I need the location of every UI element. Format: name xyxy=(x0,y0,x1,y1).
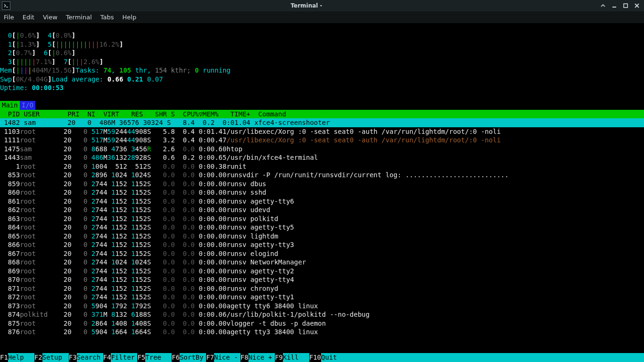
process-row[interactable]: 1111 root 20 0 517M 59244 44908 S 3.2 0.… xyxy=(0,136,644,145)
menubar: File Edit View Terminal Tabs Help xyxy=(0,11,644,24)
menu-terminal[interactable]: Terminal xyxy=(66,14,92,21)
window-title: Terminal - xyxy=(13,2,600,9)
process-row[interactable]: 873 root 20 0 5904 1792 1792 S 0.0 0.0 0… xyxy=(0,302,644,311)
htop-tab-main[interactable]: Main xyxy=(0,101,20,110)
fnkey-f8[interactable]: F8 xyxy=(240,353,248,362)
fnkey-f8-label[interactable]: Nice + xyxy=(248,353,275,362)
fnkey-f7[interactable]: F7 xyxy=(206,353,214,362)
process-row[interactable]: 1103 root 20 0 517M 59244 44908 S 5.8 0.… xyxy=(0,127,644,136)
fnkey-f7-label[interactable]: Nice - xyxy=(214,353,240,362)
process-row[interactable]: 869 root 20 0 2744 1152 1152 S 0.0 0.0 0… xyxy=(0,267,644,276)
process-row[interactable]: 870 root 20 0 2744 1152 1152 S 0.0 0.0 0… xyxy=(0,275,644,284)
process-row[interactable]: 867 root 20 0 2744 1152 1152 S 0.0 0.0 0… xyxy=(0,249,644,258)
fnkey-f9[interactable]: F9 xyxy=(275,353,283,362)
menu-help[interactable]: Help xyxy=(123,14,137,21)
process-row[interactable]: 876 root 20 0 5904 1664 1664 S 0.0 0.0 0… xyxy=(0,328,644,337)
process-row[interactable]: 860 root 20 0 2744 1152 1152 S 0.0 0.0 0… xyxy=(0,188,644,197)
fnkey-f5[interactable]: F5 xyxy=(137,353,145,362)
window-maximize-icon[interactable] xyxy=(622,2,629,9)
fnkey-f1-label[interactable]: Help xyxy=(8,353,34,362)
fnkey-f2-label[interactable]: Setup xyxy=(42,353,69,362)
process-row[interactable]: 875 root 20 0 2864 1408 1408 S 0.0 0.0 0… xyxy=(0,319,644,328)
fnkey-f10-label[interactable]: Quit xyxy=(321,353,347,362)
process-row[interactable]: 871 root 20 0 2744 1152 1152 S 0.0 0.0 0… xyxy=(0,284,644,293)
window-titlebar: Terminal - xyxy=(0,0,644,11)
process-row[interactable]: 872 root 20 0 2744 1152 1152 S 0.0 0.0 0… xyxy=(0,293,644,302)
menu-tabs[interactable]: Tabs xyxy=(100,14,114,21)
fnkey-f4-label[interactable]: Filter xyxy=(111,353,137,362)
htop-tab-io[interactable]: I/O xyxy=(20,101,35,110)
terminal-app-icon xyxy=(2,1,10,10)
process-row[interactable]: 1475 sam 20 0 8688 4736 3456 R 2.6 0.0 0… xyxy=(0,145,644,154)
window-roll-up-icon[interactable] xyxy=(600,2,606,9)
process-row[interactable]: 1 root 20 0 1004 512 512 S 0.0 0.0 0:00.… xyxy=(0,162,644,171)
process-row[interactable]: 866 root 20 0 2744 1152 1152 S 0.0 0.0 0… xyxy=(0,240,644,249)
fnkey-f3[interactable]: F3 xyxy=(69,353,77,362)
terminal-output[interactable]: 0[| 0.6%] 4[ 0.0%] 1[| xyxy=(0,24,644,337)
fnkey-f9-label[interactable]: Kill xyxy=(283,353,309,362)
svg-rect-3 xyxy=(624,4,627,8)
process-row[interactable]: 861 root 20 0 2744 1152 1152 S 0.0 0.0 0… xyxy=(0,197,644,206)
process-row[interactable]: 863 root 20 0 2744 1152 1152 S 0.0 0.0 0… xyxy=(0,214,644,223)
fnkey-f1[interactable]: F1 xyxy=(0,353,8,362)
process-row-selected[interactable]: 1482 sam 20 0 486M 36576 30324 S 8.4 0.2… xyxy=(0,118,644,127)
fnkey-f2[interactable]: F2 xyxy=(34,353,42,362)
process-table-header[interactable]: PID USER PRI NI VIRT RES SHR S CPU%▽MEM%… xyxy=(0,110,644,119)
process-row[interactable]: 862 root 20 0 2744 1152 1152 S 0.0 0.0 0… xyxy=(0,206,644,214)
process-row[interactable]: 864 root 20 0 2744 1152 1152 S 0.0 0.0 0… xyxy=(0,223,644,232)
fnkey-f5-label[interactable]: Tree xyxy=(145,353,172,362)
menu-file[interactable]: File xyxy=(4,14,14,21)
process-row[interactable]: 865 root 20 0 2744 1152 1152 S 0.0 0.0 0… xyxy=(0,232,644,241)
process-row[interactable]: 868 root 20 0 2744 1024 1024 S 0.0 0.0 0… xyxy=(0,258,644,267)
fnkey-f6[interactable]: F6 xyxy=(172,353,180,362)
process-row[interactable]: 1443 sam 20 0 486M 36132 28928 S 0.6 0.2… xyxy=(0,153,644,162)
menu-view[interactable]: View xyxy=(43,14,58,21)
htop-fnkey-bar: F1Help F2Setup F3SearchF4FilterF5Tree F6… xyxy=(0,353,644,362)
fnkey-f6-label[interactable]: SortBy xyxy=(180,353,206,362)
window-minimize-icon[interactable] xyxy=(611,2,618,9)
window-close-icon[interactable] xyxy=(634,2,640,9)
fnkey-f10[interactable]: F10 xyxy=(309,353,321,362)
menu-edit[interactable]: Edit xyxy=(23,14,34,21)
process-row[interactable]: 874 polkitd 20 0 371M 8132 6188 S 0.0 0.… xyxy=(0,310,644,319)
process-row[interactable]: 859 root 20 0 2744 1152 1152 S 0.0 0.0 0… xyxy=(0,180,644,189)
process-row[interactable]: 853 root 20 0 2896 1024 1024 S 0.0 0.0 0… xyxy=(0,171,644,180)
fnkey-f4[interactable]: F4 xyxy=(103,353,111,362)
fnkey-f3-label[interactable]: Search xyxy=(77,353,103,362)
svg-rect-0 xyxy=(3,3,9,8)
